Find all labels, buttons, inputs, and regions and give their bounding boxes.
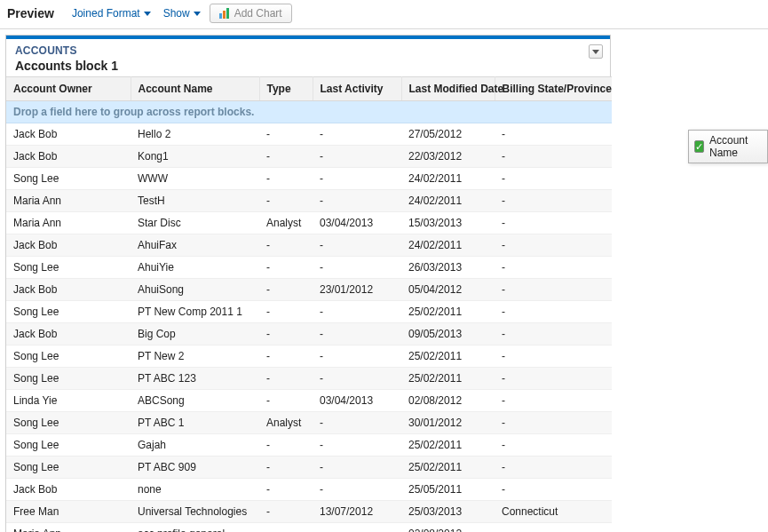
group-drop-zone[interactable]: Drop a field here to group across report… [6,101,612,123]
cell-activity: - [313,168,401,190]
table-row[interactable]: Song LeePT New Comp 2011 1--25/02/2011- [6,301,612,323]
table-row[interactable]: Song LeePT ABC 909--25/02/2011- [6,457,612,479]
cell-billing: - [495,234,612,257]
bar-chart-icon [219,8,229,19]
cell-activity: - [313,368,401,390]
cell-owner: Jack Bob [6,323,131,345]
cell-owner: Maria Ann [6,190,131,212]
cell-billing: - [495,368,612,390]
cell-name: Star Disc [131,212,259,234]
cell-type: - [259,457,313,479]
cell-activity: - [313,479,401,501]
joined-format-label: Joined Format [72,7,140,20]
table-row[interactable]: Maria AnnTestH--24/02/2011- [6,190,612,212]
panel-menu-button[interactable] [589,44,603,59]
cell-type: - [259,279,313,301]
cell-activity: - [313,412,401,434]
cell-name: ABCSong [131,390,259,412]
cell-modified: 25/02/2011 [401,457,495,479]
table-row[interactable]: Jack BobHello 2--27/05/2012- [6,123,612,146]
cell-name: PT ABC 123 [131,368,259,390]
add-chart-button[interactable]: Add Chart [210,4,292,23]
cell-activity: - [313,257,401,279]
panel-title-block: Accounts block 1 [15,59,118,73]
column-header-modified[interactable]: Last Modified Date [401,77,495,101]
table-row[interactable]: Song LeeGajah--25/02/2011- [6,434,612,457]
cell-activity: 03/04/2013 [313,212,401,234]
cell-type: - [259,146,313,168]
drag-chip-account-name[interactable]: ✓ Account Name [688,130,768,163]
cell-activity: - [313,234,401,257]
cell-billing: - [495,412,612,434]
cell-owner: Maria Ann [6,212,131,234]
cell-billing: - [495,146,612,168]
cell-activity: - [313,190,401,212]
table-row[interactable]: Jack BobKong1--22/03/2012- [6,146,612,168]
cell-billing: - [495,212,612,234]
cell-billing: - [495,523,612,533]
joined-format-dropdown[interactable]: Joined Format [68,5,154,21]
cell-name: PT New Comp 2011 1 [131,301,259,323]
cell-owner: Song Lee [6,168,131,190]
cell-modified: 24/02/2011 [401,168,495,190]
cell-owner: Jack Bob [6,123,131,146]
cell-owner: Song Lee [6,301,131,323]
cell-owner: Linda Yie [6,390,131,412]
cell-billing: - [495,390,612,412]
cell-modified: 25/02/2011 [401,345,495,368]
cell-billing: - [495,457,612,479]
column-header-type[interactable]: Type [259,77,313,101]
cell-activity: 23/01/2012 [313,279,401,301]
cell-type: - [259,390,313,412]
cell-type: - [259,234,313,257]
cell-owner: Jack Bob [6,279,131,301]
cell-name: Hello 2 [131,123,259,146]
column-header-billing[interactable]: Billing State/Province [495,77,612,101]
cell-modified: 25/02/2011 [401,368,495,390]
column-header-owner[interactable]: Account Owner [6,77,131,101]
cell-owner: Song Lee [6,434,131,457]
cell-type: - [259,479,313,501]
column-header-activity[interactable]: Last Activity [313,77,401,101]
cell-type: - [259,301,313,323]
table-row[interactable]: Song LeePT ABC 123--25/02/2011- [6,368,612,390]
cell-billing: - [495,279,612,301]
cell-type: - [259,168,313,190]
table-row[interactable]: Jack BobBig Cop--09/05/2013- [6,323,612,345]
cell-owner: Song Lee [6,412,131,434]
drag-chip-label: Account Name [709,134,760,159]
cell-billing: - [495,301,612,323]
table-row[interactable]: Song LeePT ABC 1Analyst-30/01/2012- [6,412,612,434]
table-row[interactable]: Linda YieABCSong-03/04/201302/08/2012- [6,390,612,412]
show-dropdown[interactable]: Show [160,5,204,21]
cell-owner: Song Lee [6,257,131,279]
cell-activity: 03/04/2013 [313,390,401,412]
table-row[interactable]: Song LeeWWW--24/02/2011- [6,168,612,190]
cell-modified: 25/05/2011 [401,479,495,501]
cell-name: WWW [131,168,259,190]
table-row[interactable]: Jack BobAhuiSong-23/01/201205/04/2012- [6,279,612,301]
cell-billing: - [495,323,612,345]
cell-modified: 24/02/2011 [401,190,495,212]
cell-billing: - [495,434,612,457]
table-row[interactable]: Song LeeAhuiYie--26/03/2013- [6,257,612,279]
table-row[interactable]: Song LeePT New 2--25/02/2011- [6,345,612,368]
cell-name: Universal Technologies [131,501,259,523]
cell-type: - [259,323,313,345]
table-row[interactable]: Jack Bobnone--25/05/2011- [6,479,612,501]
cell-billing: - [495,479,612,501]
cell-owner: Jack Bob [6,234,131,257]
table-row[interactable]: Maria AnnStar DiscAnalyst03/04/201315/03… [6,212,612,234]
table-row[interactable]: Jack BobAhuiFax--24/02/2011- [6,234,612,257]
table-row[interactable]: Free ManUniversal Technologies-13/07/201… [6,501,612,523]
table-row[interactable]: Maria Annacc profile general--02/08/2012… [6,523,612,533]
cell-name: AhuiSong [131,279,259,301]
panel-title-upper: ACCOUNTS [15,44,118,57]
report-block-panel: ACCOUNTS Accounts block 1 Account Owner … [5,35,611,532]
column-header-name[interactable]: Account Name [131,77,259,101]
cell-billing: Connecticut [495,501,612,523]
cell-billing: - [495,123,612,146]
cell-type: Analyst [259,412,313,434]
cell-activity: - [313,146,401,168]
cell-type: - [259,190,313,212]
